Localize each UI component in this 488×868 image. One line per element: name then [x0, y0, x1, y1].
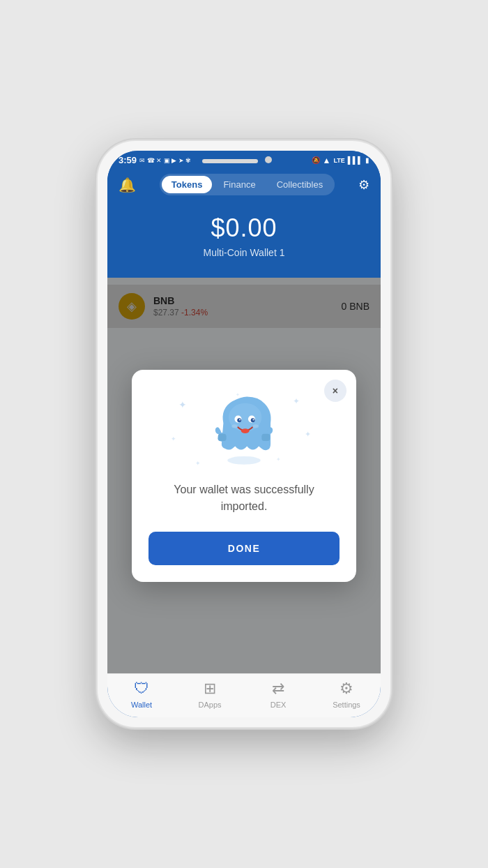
phone-screen: 3:59 ✉ ☎ ✕ ▣ ▶ ➤ ✾ 🔕 ▲ LTE ▌▌▌ ▮ 🔔 Token… — [107, 151, 381, 717]
status-time: 3:59 — [119, 155, 137, 165]
svg-point-13 — [239, 419, 241, 420]
tab-collectibles[interactable]: Collectibles — [267, 176, 333, 193]
svg-text:✦: ✦ — [171, 435, 176, 442]
status-left-icons: ✉ ☎ ✕ ▣ ▶ ➤ ✾ — [139, 157, 191, 164]
nav-label-settings: Settings — [333, 701, 360, 709]
svg-text:✦: ✦ — [195, 459, 201, 466]
svg-text:✦: ✦ — [179, 399, 188, 410]
settings-icon: ⚙ — [340, 680, 353, 698]
balance-amount: $0.00 — [119, 214, 369, 243]
wallet-icon: 🛡 — [134, 680, 149, 698]
nav-item-dex[interactable]: ⇄ DEX — [257, 680, 299, 709]
bottom-nav: 🛡 Wallet ⊞ DApps ⇄ DEX ⚙ Settings — [107, 673, 381, 717]
modal-card: × ✦ ✦ ✦ ✦ ✦ ✦ ✦ — [132, 370, 356, 582]
dex-icon: ⇄ — [272, 680, 284, 698]
nav-label-dapps: DApps — [198, 701, 221, 709]
nav-item-wallet[interactable]: 🛡 Wallet — [121, 680, 162, 709]
svg-point-11 — [237, 418, 241, 422]
tab-tokens[interactable]: Tokens — [162, 176, 213, 193]
phone-frame: 3:59 ✉ ☎ ✕ ▣ ▶ ➤ ✾ 🔕 ▲ LTE ▌▌▌ ▮ 🔔 Token… — [98, 141, 390, 727]
filter-icon[interactable]: ⚙ — [358, 177, 369, 193]
phone-speaker — [202, 159, 258, 163]
svg-text:✦: ✦ — [305, 429, 312, 437]
app-header: 🔔 Tokens Finance Collectibles ⚙ $0.00 — [107, 168, 381, 278]
svg-text:✦: ✦ — [293, 396, 300, 405]
svg-point-17 — [253, 424, 259, 428]
header-nav: 🔔 Tokens Finance Collectibles ⚙ — [119, 174, 369, 195]
bell-icon[interactable]: 🔔 — [119, 177, 136, 193]
nav-label-wallet: Wallet — [131, 701, 152, 709]
nav-item-dapps[interactable]: ⊞ DApps — [189, 680, 231, 709]
svg-point-12 — [251, 418, 255, 422]
modal-message: Your wallet was successfully imported. — [148, 481, 339, 515]
nav-item-settings[interactable]: ⚙ Settings — [326, 680, 367, 709]
done-button[interactable]: DONE — [148, 532, 339, 565]
content-area: ◈ BNB $27.37 -1.34% 0 BNB × — [107, 278, 381, 673]
mascot-illustration — [206, 391, 282, 467]
wallet-name: Multi-Coin Wallet 1 — [119, 247, 369, 258]
svg-point-7 — [227, 456, 260, 464]
svg-point-15 — [241, 428, 250, 433]
mascot-area: ✦ ✦ ✦ ✦ ✦ ✦ ✦ — [148, 384, 339, 481]
nav-label-dex: DEX — [270, 701, 287, 709]
svg-rect-19 — [261, 433, 270, 440]
svg-point-14 — [253, 419, 254, 420]
phone-camera — [265, 156, 272, 163]
svg-rect-18 — [218, 433, 227, 440]
tab-finance[interactable]: Finance — [213, 176, 265, 193]
balance-section: $0.00 Multi-Coin Wallet 1 — [119, 207, 369, 269]
svg-point-16 — [231, 424, 237, 428]
status-right-icons: 🔕 ▲ LTE ▌▌▌ ▮ — [312, 156, 370, 165]
dapps-icon: ⊞ — [204, 680, 216, 698]
tab-group: Tokens Finance Collectibles — [160, 174, 335, 195]
modal-overlay: × ✦ ✦ ✦ ✦ ✦ ✦ ✦ — [107, 278, 381, 673]
